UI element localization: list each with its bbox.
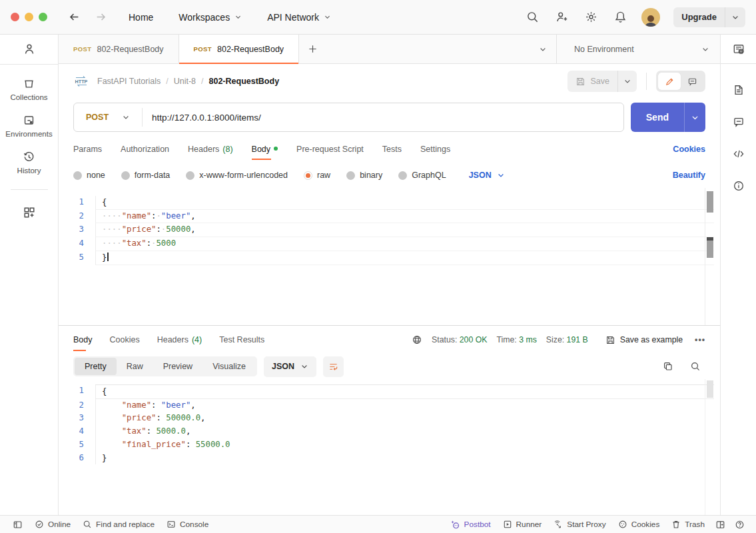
search-icon[interactable] xyxy=(524,9,540,25)
sidebar-item-environments[interactable]: Environments xyxy=(5,114,52,138)
response-tab-body[interactable]: Body xyxy=(73,326,93,354)
code-line[interactable]: 5 "final_price": 55000.0 xyxy=(65,438,714,452)
runner-button[interactable]: Runner xyxy=(497,520,548,529)
tab-overflow-chevron-icon[interactable] xyxy=(530,35,556,63)
back-arrow-icon[interactable] xyxy=(65,8,83,27)
url-input[interactable]: http://127.0.0.1:8000/items/ xyxy=(143,113,270,123)
edit-pencil-icon[interactable] xyxy=(658,73,681,90)
network-globe-icon[interactable] xyxy=(412,334,422,345)
tab-params[interactable]: Params xyxy=(73,136,102,163)
comments-icon[interactable] xyxy=(681,73,703,90)
time-field[interactable]: Time: 3 ms xyxy=(496,335,536,344)
invite-user-icon[interactable] xyxy=(554,9,569,25)
documentation-icon[interactable] xyxy=(733,84,745,96)
scrollbar-thumb[interactable] xyxy=(707,380,713,398)
wrap-lines-icon[interactable] xyxy=(323,356,344,377)
view-preview[interactable]: Preview xyxy=(153,358,202,375)
sidebar-item-collections[interactable]: Collections xyxy=(10,77,47,101)
find-and-replace-button[interactable]: Find and replace xyxy=(77,520,161,529)
zoom-window-button[interactable] xyxy=(39,13,47,21)
postbot-button[interactable]: Postbot xyxy=(444,520,497,530)
upgrade-menu-chevron[interactable] xyxy=(725,13,745,21)
request-tab-inactive[interactable]: POST 802-RequestBody xyxy=(59,35,179,63)
code-line[interactable]: 4 "tax": 5000.0, xyxy=(65,425,714,438)
code-line[interactable]: 6} xyxy=(65,452,714,465)
response-body-editor[interactable]: 1{2 "name": "beer",3 "price": 50000.0,4 … xyxy=(65,379,714,515)
tab-tests[interactable]: Tests xyxy=(382,136,402,163)
comments-icon[interactable] xyxy=(733,116,745,128)
request-body-editor[interactable]: 1{2····"name":·"beer",3····"price":·5000… xyxy=(65,188,714,325)
settings-gear-icon[interactable] xyxy=(583,9,599,25)
console-button[interactable]: Console xyxy=(161,520,214,529)
code-line[interactable]: 1{ xyxy=(65,196,714,210)
trash-button[interactable]: Trash xyxy=(665,520,711,529)
code-line[interactable]: 3····"price":·50000, xyxy=(65,223,714,237)
response-language-selector[interactable]: JSON xyxy=(264,356,316,377)
code-line[interactable]: 2 "name": "beer", xyxy=(65,399,714,412)
tab-settings[interactable]: Settings xyxy=(420,136,450,163)
code-line[interactable]: 4····"tax":·5000 xyxy=(65,237,714,251)
code-snippet-icon[interactable] xyxy=(733,148,745,160)
scrollbar-thumb[interactable] xyxy=(707,241,713,258)
scrollbar-thumb[interactable] xyxy=(707,191,713,213)
cookies-link[interactable]: Cookies xyxy=(673,145,705,154)
minimize-window-button[interactable] xyxy=(25,13,33,21)
response-tab-test-results[interactable]: Test Results xyxy=(219,326,264,354)
nav-workspaces[interactable]: Workspaces xyxy=(179,12,242,23)
view-pretty[interactable]: Pretty xyxy=(75,358,117,375)
environment-selector[interactable]: No Environment xyxy=(556,35,720,63)
start-proxy-button[interactable]: Start Proxy xyxy=(548,520,611,529)
tab-pre-request-script[interactable]: Pre-request Script xyxy=(296,136,364,163)
search-response-icon[interactable] xyxy=(685,356,705,377)
environment-quick-look-icon[interactable] xyxy=(721,35,756,64)
two-pane-view-icon[interactable] xyxy=(711,520,730,530)
send-button[interactable]: Send xyxy=(631,103,705,132)
notifications-bell-icon[interactable] xyxy=(612,9,628,25)
body-type-urlencoded[interactable]: x-www-form-urlencoded xyxy=(186,171,288,180)
body-type-none[interactable]: none xyxy=(73,171,105,180)
cookies-button[interactable]: Cookies xyxy=(612,520,666,529)
configure-sidebar-icon[interactable] xyxy=(23,206,36,219)
code-line[interactable]: 5} xyxy=(65,251,714,265)
status-field[interactable]: Status: 200 OK xyxy=(432,335,487,344)
response-tab-cookies[interactable]: Cookies xyxy=(110,326,140,354)
size-field[interactable]: Size: 191 B xyxy=(546,335,588,344)
send-menu-chevron[interactable] xyxy=(685,103,705,132)
tab-headers[interactable]: Headers(8) xyxy=(188,136,233,163)
upgrade-button[interactable]: Upgrade xyxy=(673,7,745,27)
new-tab-plus-icon[interactable] xyxy=(299,35,326,63)
nav-api-network[interactable]: API Network xyxy=(267,12,331,23)
info-icon[interactable] xyxy=(733,180,745,192)
toggle-sidebar-icon[interactable] xyxy=(7,520,29,530)
body-type-raw[interactable]: raw xyxy=(304,171,330,180)
body-type-binary[interactable]: binary xyxy=(346,171,382,180)
editor-scrollbar[interactable] xyxy=(705,188,714,325)
view-visualize[interactable]: Visualize xyxy=(202,358,256,375)
body-type-form-data[interactable]: form-data xyxy=(121,171,171,180)
code-line[interactable]: 1{ xyxy=(65,384,714,399)
more-options-icon[interactable]: ••• xyxy=(692,335,705,344)
online-status[interactable]: Online xyxy=(29,520,77,529)
my-workspace-icon[interactable] xyxy=(0,35,58,65)
request-tab-active[interactable]: POST 802-RequestBody xyxy=(179,35,300,63)
language-selector[interactable]: JSON xyxy=(469,171,505,180)
view-raw[interactable]: Raw xyxy=(117,358,153,375)
nav-home[interactable]: Home xyxy=(129,12,153,23)
response-scrollbar[interactable] xyxy=(705,379,714,515)
code-line[interactable]: 3 "price": 50000.0, xyxy=(65,412,714,425)
tab-body[interactable]: Body xyxy=(252,136,278,163)
close-window-button[interactable] xyxy=(11,13,19,21)
copy-response-icon[interactable] xyxy=(657,356,678,377)
save-as-example-button[interactable]: Save as example xyxy=(605,335,683,345)
user-avatar[interactable] xyxy=(641,8,660,27)
breadcrumb-workspace[interactable]: FastAPI Tutorials xyxy=(97,77,161,86)
beautify-link[interactable]: Beautify xyxy=(673,171,705,180)
method-selector[interactable]: POST xyxy=(74,113,142,122)
tab-authorization[interactable]: Authorization xyxy=(121,136,169,163)
breadcrumb-folder[interactable]: Unit-8 xyxy=(174,77,196,86)
forward-arrow-icon[interactable] xyxy=(91,8,110,27)
body-type-graphql[interactable]: GraphQL xyxy=(398,171,446,180)
save-menu-chevron[interactable] xyxy=(618,77,637,85)
help-icon[interactable] xyxy=(730,520,749,530)
save-button[interactable]: Save xyxy=(567,71,637,92)
